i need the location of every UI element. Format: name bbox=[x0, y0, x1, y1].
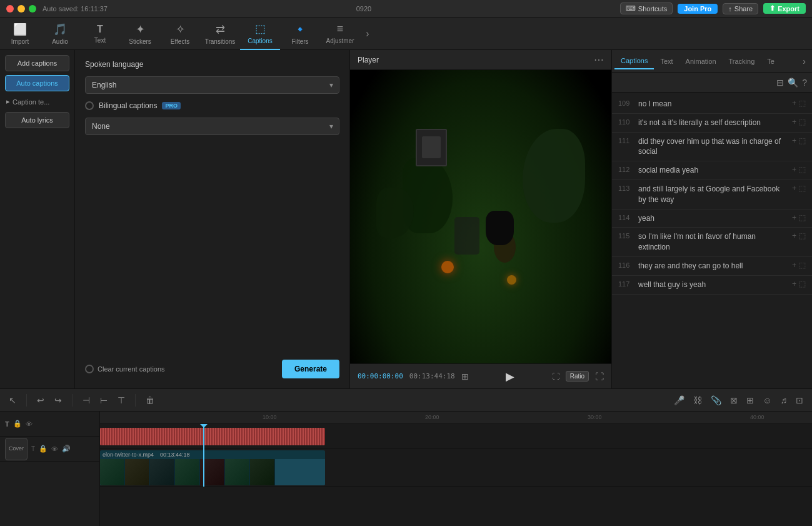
list-item[interactable]: 111 did they cover him up that was in ch… bbox=[612, 133, 812, 162]
delete-caption-button[interactable]: ⬚ bbox=[799, 213, 806, 222]
delete-caption-button[interactable]: ⬚ bbox=[799, 118, 806, 126]
join-pro-button[interactable]: Join Pro bbox=[678, 4, 718, 14]
add-caption-button[interactable]: + bbox=[792, 136, 796, 145]
delete-caption-button[interactable]: ⬚ bbox=[799, 231, 806, 240]
toolbar-filters[interactable]: 🔹 Filters bbox=[280, 18, 320, 50]
list-item[interactable]: 117 well that guy is yeah + ⬚ bbox=[612, 276, 812, 295]
toolbar-import[interactable]: ⬜ Import bbox=[0, 18, 40, 50]
toolbar-adjustments[interactable]: ≡ Adjustmer bbox=[320, 18, 360, 50]
tab-text[interactable]: Text bbox=[654, 54, 679, 69]
expand-button[interactable]: ⊞ bbox=[744, 393, 756, 408]
caption-template-button[interactable]: ▸ Caption te... bbox=[5, 95, 69, 108]
list-item[interactable]: 115 so I'm like I'm not in favor of huma… bbox=[612, 228, 812, 257]
shortcuts-button[interactable]: ⌨ Shortcuts bbox=[620, 3, 673, 14]
ratio-button[interactable]: Ratio bbox=[566, 371, 589, 382]
caption-text: well that guy is yeah bbox=[638, 280, 787, 290]
split-end-button[interactable]: ⊤ bbox=[115, 393, 128, 408]
select-tool-button[interactable]: ↖ bbox=[6, 393, 19, 408]
add-caption-button[interactable]: + bbox=[792, 99, 796, 108]
filter-captions-button[interactable]: ⊟ bbox=[776, 78, 784, 88]
emoji-button[interactable]: ☺ bbox=[760, 393, 774, 408]
cover-label[interactable]: Cover bbox=[5, 438, 28, 460]
delete-caption-button[interactable]: ⬚ bbox=[799, 280, 806, 288]
list-item[interactable]: 112 social media yeah + ⬚ bbox=[612, 161, 812, 180]
toolbar-text[interactable]: T Text bbox=[80, 18, 120, 50]
share-icon: ↑ bbox=[728, 5, 732, 13]
delete-caption-button[interactable]: ⬚ bbox=[799, 99, 806, 108]
undo-button[interactable]: ↩ bbox=[34, 393, 47, 408]
list-item[interactable]: 116 they are and they can go to hell + ⬚ bbox=[612, 257, 812, 276]
link-button[interactable]: ⛓ bbox=[691, 393, 704, 408]
lock-video-button[interactable]: 🔒 bbox=[39, 445, 48, 453]
help-button[interactable]: ? bbox=[802, 78, 807, 88]
bilingual-toggle[interactable] bbox=[85, 101, 94, 110]
clear-label: Clear current captions bbox=[98, 365, 165, 373]
toolbar-audio[interactable]: 🎵 Audio bbox=[40, 18, 80, 50]
caption-number: 111 bbox=[618, 136, 633, 144]
close-button[interactable] bbox=[6, 5, 14, 13]
clip-button[interactable]: 📎 bbox=[708, 393, 724, 408]
maximize-button[interactable] bbox=[29, 5, 36, 13]
audio-effects-button[interactable]: ♬ bbox=[778, 393, 790, 408]
text-track-icon: T bbox=[5, 420, 9, 428]
tabs-more-button[interactable]: › bbox=[799, 56, 809, 66]
add-captions-button[interactable]: Add captions bbox=[5, 55, 69, 71]
add-caption-button[interactable]: + bbox=[792, 165, 796, 174]
tab-animation[interactable]: Animation bbox=[679, 54, 723, 69]
lock-captions-button[interactable]: 🔒 bbox=[13, 420, 22, 428]
current-time: 00:00:00:00 bbox=[358, 372, 403, 380]
visibility-captions-button[interactable]: 👁 bbox=[26, 420, 33, 428]
delete-caption-button[interactable]: ⬚ bbox=[799, 184, 806, 193]
delete-caption-button[interactable]: ⬚ bbox=[799, 165, 806, 174]
auto-lyrics-button[interactable]: Auto lyrics bbox=[5, 112, 69, 128]
tab-tracking[interactable]: Tracking bbox=[723, 54, 761, 69]
auto-captions-button[interactable]: Auto captions bbox=[5, 75, 69, 91]
export-button[interactable]: ⬆ Export bbox=[763, 3, 806, 14]
timeline-toolbar: ↖ ↩ ↪ ⊣ ⊢ ⊤ 🗑 🎤 ⛓ 📎 ⊠ ⊞ ☺ ♬ ⊡ bbox=[0, 389, 812, 412]
visibility-video-button[interactable]: 👁 bbox=[51, 445, 58, 453]
toolbar-effects[interactable]: ✧ Effects bbox=[160, 18, 200, 50]
split-start-button[interactable]: ⊣ bbox=[80, 393, 93, 408]
generate-button[interactable]: Generate bbox=[282, 360, 339, 378]
toolbar-captions[interactable]: ⬚ Captions bbox=[240, 18, 280, 50]
list-item[interactable]: 114 yeah + ⬚ bbox=[612, 210, 812, 228]
bilingual-language-select[interactable]: None bbox=[85, 118, 339, 135]
toolbar-more-button[interactable]: › bbox=[360, 18, 375, 50]
tab-te[interactable]: Te bbox=[761, 54, 781, 69]
language-select[interactable]: English bbox=[85, 76, 339, 94]
add-caption-button[interactable]: + bbox=[792, 231, 796, 240]
delete-caption-button[interactable]: ⬚ bbox=[799, 261, 806, 270]
add-caption-button[interactable]: + bbox=[792, 213, 796, 222]
titlebar-actions: ⌨ Shortcuts Join Pro ↑ Share ⬆ Export bbox=[620, 3, 806, 14]
toolbar-transitions[interactable]: ⇄ Transitions bbox=[200, 18, 240, 50]
grid-view-button[interactable]: ⊞ bbox=[461, 372, 469, 382]
add-caption-button[interactable]: + bbox=[792, 184, 796, 193]
list-item[interactable]: 109 no I mean + ⬚ bbox=[612, 95, 812, 114]
minimize-button[interactable] bbox=[18, 5, 25, 13]
tab-captions[interactable]: Captions bbox=[614, 53, 654, 69]
toolbar-stickers[interactable]: ✦ Stickers bbox=[120, 18, 160, 50]
fullscreen-button[interactable]: ⛶ bbox=[595, 372, 604, 382]
split-audio-button[interactable]: ⊠ bbox=[728, 393, 740, 408]
search-captions-button[interactable]: 🔍 bbox=[788, 78, 798, 88]
clear-toggle[interactable] bbox=[85, 365, 94, 373]
play-button[interactable]: ▶ bbox=[506, 370, 514, 383]
delete-caption-button[interactable]: ⬚ bbox=[799, 136, 806, 145]
caption-text: it's not a it's literally a self descrip… bbox=[638, 118, 787, 128]
share-button[interactable]: ↑ Share bbox=[723, 3, 758, 14]
list-item[interactable]: 113 and still largely is at Google and F… bbox=[612, 180, 812, 210]
add-caption-button[interactable]: + bbox=[792, 118, 796, 126]
list-item[interactable]: 110 it's not a it's literally a self des… bbox=[612, 114, 812, 133]
delete-button[interactable]: 🗑 bbox=[143, 393, 157, 408]
audio-waveform[interactable] bbox=[100, 428, 325, 445]
microphone-button[interactable]: 🎤 bbox=[671, 393, 687, 408]
video-clip[interactable]: elon-twitter-to-x.mp4 00:13:44:18 bbox=[100, 450, 325, 485]
audio-video-button[interactable]: 🔊 bbox=[62, 445, 71, 453]
add-caption-button[interactable]: + bbox=[792, 280, 796, 288]
zoom-fit-button[interactable]: ⊡ bbox=[793, 393, 806, 408]
player-menu-button[interactable]: ⋯ bbox=[594, 54, 604, 66]
crop-button[interactable]: ⛶ bbox=[552, 372, 559, 381]
add-caption-button[interactable]: + bbox=[792, 261, 796, 270]
split-button[interactable]: ⊢ bbox=[98, 393, 110, 408]
redo-button[interactable]: ↪ bbox=[52, 393, 64, 408]
